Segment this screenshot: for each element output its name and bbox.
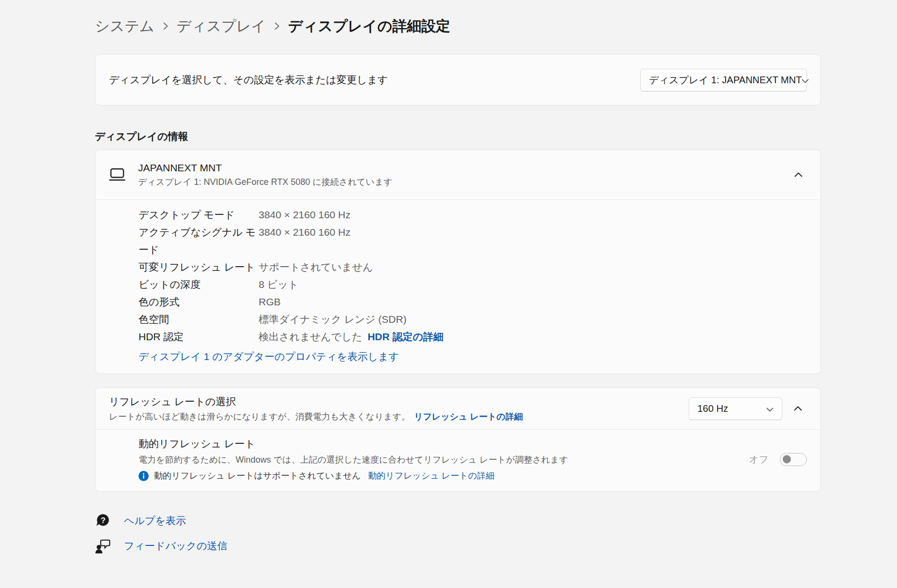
display-info-section-title: ディスプレイの情報 [95,130,821,143]
info-icon [139,471,149,481]
page-title: ディスプレイの詳細設定 [288,16,450,36]
feedback-icon [95,539,111,554]
breadcrumb-chevron-icon [274,21,280,31]
display-icon [108,167,126,182]
breadcrumb: システム ディスプレイ ディスプレイの詳細設定 [95,15,821,38]
dynamic-refresh-rate-status-line: 動的リフレッシュ レートはサポートされていません 動的リフレッシュ レートの詳細 [139,470,568,482]
help-link-row: ? ヘルプを表示 [95,513,821,528]
display-name: JAPANNEXT MNT [138,162,392,174]
refresh-rate-details-link[interactable]: リフレッシュ レートの詳細 [414,412,523,422]
collapse-display-info-button[interactable] [789,167,807,182]
feedback-link-row: フィードバックの送信 [95,538,821,554]
display-connection: ディスプレイ 1: NVIDIA GeForce RTX 5080 に接続されて… [138,176,392,188]
display-info-header: JAPANNEXT MNT ディスプレイ 1: NVIDIA GeForce R… [95,150,820,199]
detail-row-color-space: 色空間 標準ダイナミック レンジ (SDR) [139,311,807,328]
display-selector-card: ディスプレイを選択して、その設定を表示または変更します ディスプレイ 1: JA… [95,54,821,106]
chevron-down-icon [802,75,809,86]
adapter-properties-link[interactable]: ディスプレイ 1 のアダプターのプロパティを表示します [139,348,399,365]
refresh-rate-title: リフレッシュ レートの選択 [109,395,523,408]
breadcrumb-display[interactable]: ディスプレイ [177,16,266,36]
collapse-refresh-rate-button[interactable] [789,401,807,416]
detail-row-hdr-certification: HDR 認定 検出されませんでしたHDR 認定の詳細 [139,328,807,346]
dynamic-refresh-rate-status: 動的リフレッシュ レートはサポートされていません [154,470,361,482]
chevron-up-icon [794,405,802,412]
help-icon: ? [95,513,111,529]
display-info-details: デスクトップ モード 3840 × 2160 160 Hz アクティブなシグナル… [95,200,820,374]
dynamic-refresh-toggle[interactable] [780,453,807,466]
display-selector-description: ディスプレイを選択して、その設定を表示または変更します [109,73,388,87]
refresh-rate-description: レートが高いほど動きは滑らかになりますが、消費電力も大きくなります。リフレッシュ… [109,411,523,422]
detail-row-desktop-mode: デスクトップ モード 3840 × 2160 160 Hz [139,206,807,224]
dynamic-refresh-rate-details-link[interactable]: 動的リフレッシュ レートの詳細 [368,470,495,482]
settings-content: システム ディスプレイ ディスプレイの詳細設定 ディスプレイを選択して、その設定… [95,0,821,563]
svg-text:?: ? [101,516,106,524]
hdr-certification-details-link[interactable]: HDR 認定の詳細 [368,331,444,342]
dynamic-refresh-rate-section: 動的リフレッシュ レート 電力を節約するために、Windows では、上記の選択… [95,430,820,491]
display-info-card: JAPANNEXT MNT ディスプレイ 1: NVIDIA GeForce R… [95,150,821,374]
refresh-rate-dropdown[interactable]: 160 Hz [689,397,782,420]
toggle-knob [783,455,791,464]
dynamic-refresh-rate-description: 電力を節約するために、Windows では、上記の選択した速度に合わせてリフレッ… [139,454,568,466]
show-help-link[interactable]: ヘルプを表示 [124,514,186,528]
footer-links: ? ヘルプを表示 フィードバックの送信 [95,513,821,554]
display-selector-dropdown[interactable]: ディスプレイ 1: JAPANNEXT MNT [640,69,807,91]
detail-row-color-format: 色の形式 RGB [139,293,807,311]
chevron-up-icon [794,171,803,179]
detail-row-active-signal-mode: アクティブなシグナル モード 3840 × 2160 160 Hz [139,224,807,258]
refresh-rate-header: リフレッシュ レートの選択 レートが高いほど動きは滑らかになりますが、消費電力も… [95,388,820,429]
detail-row-bit-depth: ビットの深度 8 ビット [139,276,807,293]
dynamic-refresh-rate-title: 動的リフレッシュ レート [139,437,568,451]
breadcrumb-chevron-icon [163,21,169,31]
send-feedback-link[interactable]: フィードバックの送信 [124,539,227,553]
refresh-rate-card: リフレッシュ レートの選択 レートが高いほど動きは滑らかになりますが、消費電力も… [95,388,821,492]
chevron-down-icon [766,403,773,414]
breadcrumb-system[interactable]: システム [95,16,155,36]
detail-row-variable-refresh-rate: 可変リフレッシュ レート サポートされていません [139,258,807,276]
refresh-rate-value: 160 Hz [697,403,728,414]
display-selector-value: ディスプレイ 1: JAPANNEXT MNT [649,74,802,87]
toggle-state-label: オフ [749,453,769,466]
